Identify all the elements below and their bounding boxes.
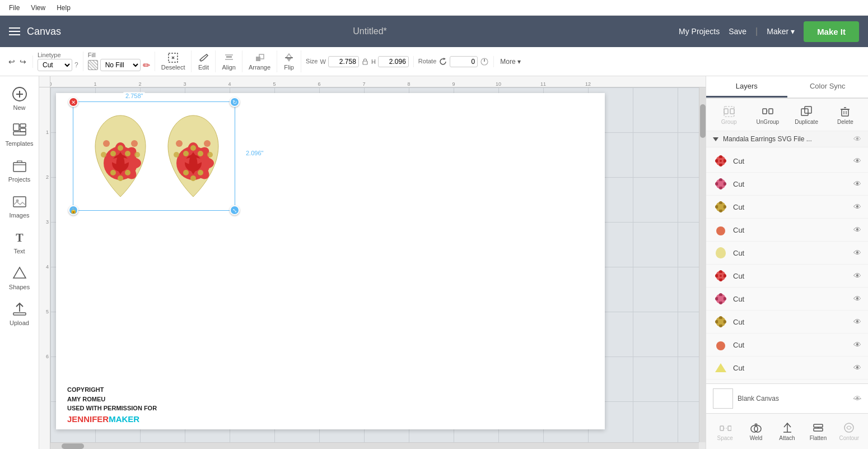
svg-point-42	[118, 175, 123, 181]
layer-label: Cut	[733, 157, 849, 165]
scrollbar-horizontal-thumb[interactable]	[62, 443, 84, 449]
layer-eye-icon[interactable]: 👁	[853, 202, 861, 211]
width-input[interactable]	[328, 56, 359, 67]
left-sidebar: New Templates Projects	[0, 76, 39, 449]
layer-item[interactable]: Cut 👁	[706, 173, 868, 196]
machine-selector[interactable]: Maker ▾	[767, 27, 795, 36]
redo-button[interactable]: ↪	[18, 55, 28, 68]
weld-button[interactable]: Weld	[741, 418, 770, 445]
flip-button[interactable]: Flip	[282, 50, 296, 72]
contour-button[interactable]: Contour	[835, 418, 864, 445]
layer-item[interactable]: Cut 👁	[706, 288, 868, 311]
layer-eye-icon[interactable]: 👁	[853, 317, 861, 326]
save-button[interactable]: Save	[729, 27, 746, 36]
layer-eye-icon[interactable]: 👁	[853, 340, 861, 349]
more-button[interactable]: More ▾	[498, 56, 522, 67]
height-input[interactable]	[378, 56, 409, 67]
linetype-select[interactable]: CutDrawScore	[38, 59, 72, 71]
sidebar-item-shapes[interactable]: Shapes	[0, 260, 39, 296]
layer-item[interactable]: Cut 👁	[706, 150, 868, 173]
layer-item[interactable]: Cut 👁	[706, 311, 868, 334]
scrollbar-horizontal[interactable]	[50, 442, 699, 449]
attach-button[interactable]: Attach	[773, 418, 801, 445]
tab-layers[interactable]: Layers	[706, 76, 787, 98]
collapse-triangle	[713, 137, 718, 141]
svg-rect-61	[730, 109, 734, 114]
layer-item[interactable]: Cut 👁	[706, 196, 868, 219]
layer-eye-icon[interactable]: 👁	[853, 179, 861, 188]
my-projects-link[interactable]: My Projects	[679, 27, 720, 36]
layer-group-header[interactable]: Mandala Earrings SVG File ... 👁	[706, 131, 868, 147]
layer-eye-icon[interactable]: 👁	[853, 363, 861, 372]
projects-icon	[12, 158, 27, 174]
ruler-horizontal: 0 1 2 3 4 5 6 7 8 9 10 11 12	[50, 76, 706, 87]
menu-file[interactable]: File	[9, 4, 20, 12]
group-button[interactable]: Group	[711, 103, 747, 127]
undo-redo-group: ↩ ↪	[7, 55, 33, 68]
svg-rect-24	[13, 313, 26, 315]
rotate-input[interactable]	[450, 56, 478, 67]
layer-eye-icon[interactable]: 👁	[853, 156, 861, 165]
layer-item[interactable]: Cut 👁	[706, 242, 868, 265]
earring-container[interactable]	[78, 104, 235, 263]
fill-select[interactable]: No FillFill	[100, 59, 141, 71]
layer-thumbnail	[713, 153, 729, 169]
layer-eye-icon[interactable]: 👁	[853, 225, 861, 234]
menu-view[interactable]: View	[31, 4, 45, 12]
layer-eye-icon[interactable]: 👁	[853, 248, 861, 257]
menu-help[interactable]: Help	[57, 4, 71, 12]
canvas-eye-icon[interactable]: 👁	[853, 394, 861, 403]
ungroup-icon	[762, 105, 774, 118]
ruler-tick: 2	[138, 81, 141, 87]
sidebar-item-text[interactable]: T Text	[0, 224, 39, 260]
layer-item[interactable]: Cut 👁	[706, 357, 868, 379]
lock-icon[interactable]	[361, 58, 369, 66]
svg-rect-62	[724, 107, 734, 117]
flatten-button[interactable]: Flatten	[804, 418, 832, 445]
sidebar-item-projects[interactable]: Projects	[0, 152, 39, 188]
watermark: COPYRIGHT AMY ROMEU USED WITH PERMISSION…	[67, 385, 157, 425]
layer-item[interactable]: Cut 👁	[706, 334, 868, 357]
space-label: Space	[717, 435, 733, 441]
align-button[interactable]: Align	[220, 50, 237, 72]
scrollbar-vertical-thumb[interactable]	[700, 104, 706, 138]
tab-color-sync[interactable]: Color Sync	[787, 76, 869, 98]
sidebar-item-upload[interactable]: Upload	[0, 296, 39, 332]
ruler-tick: 12	[585, 81, 591, 87]
layer-item[interactable]: Cut 👁	[706, 265, 868, 288]
delete-button[interactable]: Delete	[827, 103, 864, 127]
scrollbar-vertical[interactable]	[699, 87, 706, 442]
main-area: New Templates Projects	[0, 76, 868, 449]
layer-eye-icon[interactable]: 👁	[853, 271, 861, 280]
document-title: Untitled*	[353, 26, 386, 36]
undo-button[interactable]: ↩	[7, 55, 17, 68]
duplicate-button[interactable]: Duplicate	[788, 103, 825, 127]
linetype-info[interactable]: ?	[74, 61, 78, 69]
make-it-button[interactable]: Make It	[804, 21, 859, 42]
svg-marker-10	[444, 58, 446, 60]
canvas-area[interactable]: 0 1 2 3 4 5 6 7 8 9 10 11 12 1 2 3 4 5 6	[39, 76, 706, 449]
layer-eye-icon[interactable]: 👁	[853, 294, 861, 303]
bottom-canvas-strip: Blank Canvas 👁	[706, 383, 868, 413]
hamburger-menu[interactable]	[9, 27, 20, 35]
svg-rect-63	[763, 109, 767, 114]
fill-group: Fill No FillFill ✏	[88, 52, 155, 71]
layer-label: Cut	[733, 318, 849, 326]
svg-point-122	[844, 423, 853, 432]
ungroup-button[interactable]: UnGroup	[749, 103, 786, 127]
fill-swatch[interactable]	[88, 60, 98, 70]
space-button[interactable]: Space	[711, 418, 739, 445]
layer-item[interactable]: Cut 👁	[706, 219, 868, 242]
edit-button[interactable]: Edit	[196, 50, 211, 72]
deselect-group: Deselect	[160, 50, 192, 72]
group-eye-icon[interactable]: 👁	[853, 135, 861, 144]
svg-point-99	[720, 275, 722, 277]
layer-label: Cut	[733, 180, 849, 188]
sidebar-item-images[interactable]: Images	[0, 188, 39, 224]
ruler-tick: 1	[46, 129, 49, 135]
canvas-thumbnail	[713, 388, 733, 409]
sidebar-item-templates[interactable]: Templates	[0, 117, 39, 152]
deselect-button[interactable]: Deselect	[160, 50, 187, 72]
arrange-button[interactable]: Arrange	[247, 50, 272, 72]
sidebar-item-new[interactable]: New	[0, 81, 39, 117]
